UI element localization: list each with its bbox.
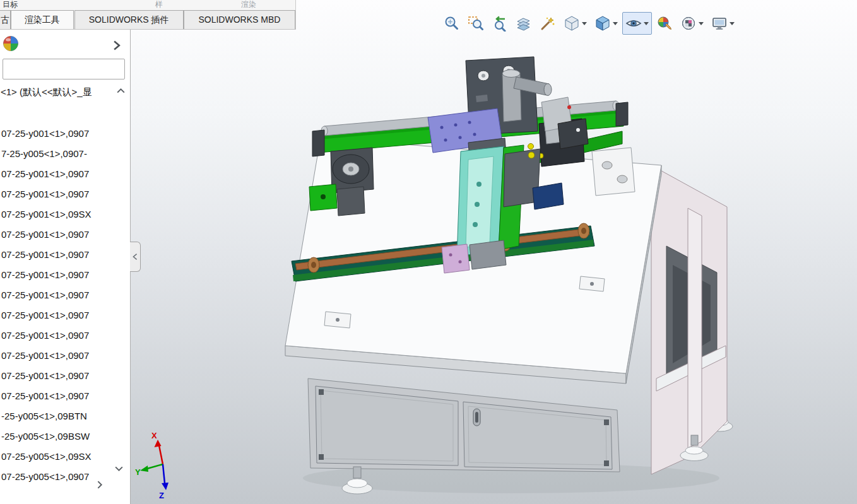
ribbon-group-label: 目标 [3,0,18,9]
edit-appearance-button[interactable] [653,12,676,35]
tree-item[interactable]: 07-25-y001<1>,0907 [0,164,131,184]
tree-item[interactable]: 07-25-y001<1>,0907 [0,184,131,204]
tree-item[interactable]: 07-25-y001<1>,0907 [0,346,131,366]
section-view-icon [516,15,532,32]
ribbon-strip: 目标 样 渲染 [0,0,295,10]
dropdown-caret[interactable] [699,22,704,25]
triad-x-label: X [151,431,157,440]
heads-up-toolbar [440,11,738,36]
feature-tree-panel: <1> (默认<<默认>_显 07-25-y001<1>,0907 7-25-y… [0,30,131,504]
ribbon-header: 目标 样 渲染 古 渲染工具 SOLIDWORKS 插件 SOLIDWORKS … [0,0,296,30]
tree-item[interactable]: 07-25-y001<1>,0907 [0,124,131,144]
previous-view-button[interactable] [488,12,511,35]
view-settings-icon [711,15,728,32]
tree-item[interactable]: 07-25-y001<1>,0907 [0,366,131,386]
dropdown-caret[interactable] [613,22,618,25]
right-side-frame[interactable] [651,165,727,474]
zoom-to-area-button[interactable] [464,12,487,35]
view-orientation-button[interactable] [591,12,621,35]
triad-y-label: Y [135,467,141,477]
tree-item[interactable]: -25-y005<1>,09BTN [0,406,131,426]
tree-search-input[interactable] [3,59,125,79]
previous-view-icon [492,15,508,32]
apply-scene-button[interactable] [677,12,707,35]
edit-appearance-icon [656,15,673,32]
scroll-up-chevron-icon[interactable] [116,86,126,98]
zoom-to-fit-button[interactable] [440,12,463,35]
tab-solidworks-mbd[interactable]: SOLIDWORKS MBD [184,10,295,29]
dropdown-caret[interactable] [644,22,649,25]
tree-item[interactable]: 07-25-y001<1>,09SX [0,204,131,225]
orientation-triad: X Y Z [135,431,168,500]
zoom-to-area-icon [468,15,484,32]
tree-item[interactable]: 7-25-y005<1>,0907- [0,144,131,164]
dropdown-caret[interactable] [582,22,587,25]
dropdown-caret[interactable] [730,22,735,25]
tree-root-item[interactable]: <1> (默认<<默认>_显 [1,83,116,101]
apply-scene-icon [680,15,697,32]
section-view-button[interactable] [512,12,535,35]
tree-item[interactable]: 07-25-y005<1>,09SX [0,447,131,467]
tree-item[interactable]: -25-y005<1>,09BSW [0,426,131,447]
ribbon-group-label: 渲染 [241,0,256,9]
tab-solidworks-addins[interactable]: SOLIDWORKS 插件 [74,10,184,29]
tree-item[interactable]: 07-25-y005<1>,0907 [0,467,131,487]
tree-item[interactable]: 07-25-y001<1>,0907 [0,386,131,406]
mounting-pad[interactable] [324,312,351,328]
hide-show-items-button[interactable] [622,12,652,35]
tree-item[interactable]: 07-25-y001<1>,0907 [0,245,131,265]
display-style-icon [564,15,580,32]
dynamic-annotation-views-icon [540,15,556,32]
scroll-right-chevron-icon[interactable] [95,480,104,492]
scroll-down-chevron-icon[interactable] [114,464,124,476]
dynamic-annotation-views-button[interactable] [536,12,559,35]
view-settings-button[interactable] [708,12,738,35]
tree-item[interactable]: 07-25-y001<1>,0907 [0,225,131,245]
view-orientation-icon [594,15,611,32]
tree-item[interactable]: 07-25-y001<1>,0907 [0,305,131,325]
panel-flyout-tab[interactable] [130,242,141,272]
tree-item[interactable]: 07-25-y001<1>,0907 [0,285,131,305]
tab-render-tools[interactable]: 渲染工具 [11,10,74,29]
commandmanager-tabbar: 古 渲染工具 SOLIDWORKS 插件 SOLIDWORKS MBD [0,10,295,30]
tree-item[interactable]: 07-25-y001<1>,0907 [0,325,131,346]
green-pad[interactable] [309,184,337,211]
triad-z-label: Z [159,491,164,500]
display-style-button[interactable] [560,12,590,35]
display-manager-icon[interactable] [2,35,20,55]
tree-item-list: 07-25-y001<1>,0907 7-25-y005<1>,0907- 07… [0,124,131,487]
hide-show-items-icon [625,15,642,32]
cabinet[interactable] [308,378,620,472]
zoom-to-fit-icon [444,15,460,32]
mounting-pad[interactable] [579,276,605,291]
tree-item[interactable]: 07-25-y001<1>,0907 [0,265,131,285]
collapse-chevron-icon [131,253,139,261]
tab-evaluate-partial[interactable]: 古 [0,10,11,29]
corner-bracket[interactable] [592,148,635,196]
ribbon-group-label: 样 [155,0,163,9]
panel-expand-chevron-icon[interactable] [111,40,122,54]
